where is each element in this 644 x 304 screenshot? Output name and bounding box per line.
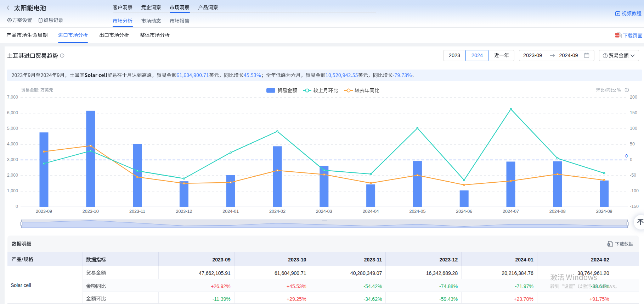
svg-text:x: x	[608, 243, 609, 245]
svg-text:PDF: PDF	[615, 34, 620, 37]
